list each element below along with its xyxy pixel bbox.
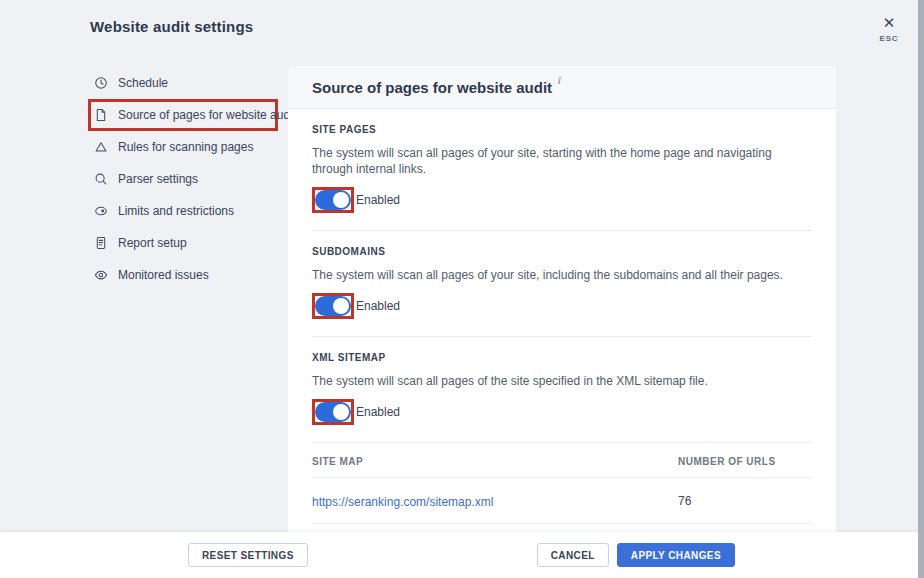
footer-button-group: CANCEL APPLY CHANGES: [537, 543, 735, 567]
section-label: SUBDOMAINS: [312, 246, 812, 257]
toggle-state-label: Enabled: [356, 405, 400, 419]
subdomains-toggle[interactable]: [315, 296, 351, 316]
sidebar-item-source-of-pages[interactable]: Source of pages for website audit: [88, 99, 278, 131]
section-description: The system will scan all pages of the si…: [312, 373, 812, 389]
document-icon: [94, 108, 108, 122]
section-description: The system will scan all pages of your s…: [312, 267, 812, 283]
xml-sitemap-toggle[interactable]: [315, 402, 351, 422]
annotation-box: [312, 293, 354, 319]
eye-icon: [94, 268, 108, 282]
toggle-knob: [333, 298, 349, 314]
clock-icon: [94, 76, 108, 90]
content-panel: Source of pages for website audit i SITE…: [288, 66, 836, 532]
sidebar-item-monitored-issues[interactable]: Monitored issues: [88, 259, 288, 291]
sidebar-item-limits-restrictions[interactable]: Limits and restrictions: [88, 195, 288, 227]
toggle-knob: [333, 192, 349, 208]
section-subdomains: SUBDOMAINS The system will scan all page…: [312, 231, 812, 337]
toggle-row: Enabled: [312, 399, 812, 425]
column-header-sitemap: SITE MAP: [312, 456, 678, 467]
section-label: XML SITEMAP: [312, 352, 812, 363]
content-header: Source of pages for website audit i: [288, 66, 836, 109]
toggle-knob: [333, 404, 349, 420]
section-label: SITE PAGES: [312, 124, 812, 135]
sidebar-item-label: Report setup: [118, 236, 187, 250]
annotation-box: [312, 187, 354, 213]
esc-label: ESC: [872, 34, 906, 43]
sidebar-item-label: Rules for scanning pages: [118, 140, 253, 154]
close-icon[interactable]: ✕: [872, 15, 906, 31]
sidebar-item-rules-for-scanning[interactable]: Rules for scanning pages: [88, 131, 288, 163]
section-site-pages: SITE PAGES The system will scan all page…: [312, 109, 812, 231]
sidebar-item-schedule[interactable]: Schedule: [88, 67, 288, 99]
footer-action-bar: RESET SETTINGS CANCEL APPLY CHANGES: [0, 532, 924, 578]
toggle-state-label: Enabled: [356, 299, 400, 313]
number-of-urls-value: 76: [678, 494, 812, 508]
info-icon[interactable]: i: [558, 76, 561, 86]
add-sitemap-row: + Add sitemap: [312, 524, 812, 532]
sidebar-item-parser-settings[interactable]: Parser settings: [88, 163, 288, 195]
sidebar-item-label: Monitored issues: [118, 268, 209, 282]
section-xml-sitemap: XML SITEMAP The system will scan all pag…: [312, 337, 812, 443]
apply-changes-button[interactable]: APPLY CHANGES: [617, 543, 735, 567]
sidebar-item-label: Source of pages for website audit: [118, 108, 296, 122]
table-row: https://seranking.com/sitemap.xml 76: [312, 478, 812, 524]
close-button[interactable]: ✕ ESC: [872, 15, 906, 43]
sidebar-item-report-setup[interactable]: Report setup: [88, 227, 288, 259]
triangle-icon: [94, 140, 108, 154]
toggle-state-label: Enabled: [356, 193, 400, 207]
search-icon: [94, 172, 108, 186]
toggle-row: Enabled: [312, 187, 812, 213]
section-description: The system will scan all pages of your s…: [312, 145, 812, 177]
reset-settings-button[interactable]: RESET SETTINGS: [188, 543, 308, 567]
limits-icon: [94, 204, 108, 218]
sidebar-item-label: Parser settings: [118, 172, 198, 186]
page-title: Website audit settings: [90, 18, 253, 35]
sidebar-item-label: Limits and restrictions: [118, 204, 234, 218]
site-pages-toggle[interactable]: [315, 190, 351, 210]
sitemap-table: SITE MAP NUMBER OF URLS https://serankin…: [312, 443, 812, 532]
column-header-number-of-urls: NUMBER OF URLS: [678, 456, 812, 467]
sitemap-url-link[interactable]: https://seranking.com/sitemap.xml: [312, 495, 493, 509]
sidebar-item-label: Schedule: [118, 76, 168, 90]
report-icon: [94, 236, 108, 250]
website-audit-settings-modal: Website audit settings ✕ ESC Schedule So…: [0, 0, 924, 578]
toggle-row: Enabled: [312, 293, 812, 319]
content-title: Source of pages for website audit: [312, 79, 552, 96]
annotation-box: [312, 399, 354, 425]
settings-sidebar: Schedule Source of pages for website aud…: [88, 67, 288, 291]
table-header-row: SITE MAP NUMBER OF URLS: [312, 443, 812, 478]
cancel-button[interactable]: CANCEL: [537, 543, 609, 567]
vertical-scrollbar[interactable]: [918, 0, 924, 578]
